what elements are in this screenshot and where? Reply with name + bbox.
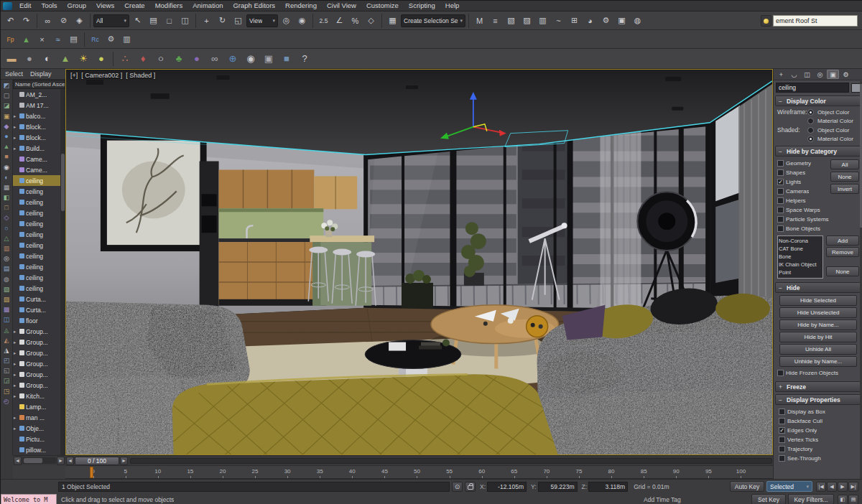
select-and-link-icon[interactable]: ∞	[40, 13, 55, 28]
left-tool-icon-30[interactable]: ◲	[2, 376, 11, 385]
unhide-by-name--button[interactable]: Unhide by Name...	[779, 356, 857, 367]
expand-arrow-icon[interactable]: ▸	[14, 113, 18, 119]
mirror-icon[interactable]: M	[472, 13, 487, 28]
create-tab[interactable]: +	[775, 70, 787, 79]
remove-list-button[interactable]: Remove	[826, 247, 859, 257]
frame-tick[interactable]: 35	[304, 466, 336, 478]
menu-create[interactable]: Create	[119, 1, 150, 11]
object-name-field[interactable]: ceiling	[776, 83, 849, 93]
radio-material-color[interactable]	[807, 118, 814, 124]
sofa-olive[interactable]	[172, 374, 558, 454]
menu-civil-view[interactable]: Civil View	[322, 1, 361, 11]
explorer-item[interactable]: Pictu...	[13, 434, 60, 444]
left-tool-icon-19[interactable]: ▤	[2, 264, 11, 273]
tab-select[interactable]: Select	[5, 70, 23, 78]
hierarchy-tab[interactable]: ◫	[801, 70, 813, 79]
curve-editor-icon[interactable]: ~	[551, 13, 566, 28]
expand-arrow-icon[interactable]: ▸	[14, 383, 18, 388]
edit-named-selections-icon[interactable]: ▦	[385, 13, 400, 28]
frame-tick[interactable]: 30	[272, 466, 304, 478]
eye-icon[interactable]: ◉	[242, 50, 259, 67]
left-tool-icon-27[interactable]: ◮	[2, 346, 11, 355]
explorer-item[interactable]: Lamp...	[13, 401, 60, 412]
explorer-item[interactable]: Curta...	[13, 294, 60, 304]
frame-tick[interactable]: 90	[660, 466, 692, 478]
isolate-selection-toggle[interactable]: ⊙	[452, 482, 463, 492]
populate-icon[interactable]: Fp	[3, 32, 18, 47]
app-logo-icon[interactable]	[3, 2, 12, 10]
all-button[interactable]: All	[830, 159, 859, 169]
explorer-item[interactable]: floor	[13, 315, 60, 326]
modify-tab[interactable]: ◡	[788, 70, 800, 79]
explorer-item[interactable]: ▸Group...	[13, 337, 60, 347]
align-icon[interactable]: ≡	[488, 13, 503, 28]
menu-tools[interactable]: Tools	[36, 1, 62, 11]
exclusion-list-item[interactable]: IK Chain Object	[779, 261, 822, 269]
foliage-icon[interactable]: ♣	[170, 50, 187, 67]
left-tool-icon-3[interactable]: ◪	[2, 101, 11, 110]
expand-arrow-icon[interactable]: ▸	[14, 361, 18, 367]
viewport[interactable]: [+] [ Camera002 ] [ Shaded ]	[65, 69, 773, 455]
light-icon[interactable]: ☀	[75, 50, 92, 67]
hscroll-thumb[interactable]	[24, 458, 42, 463]
exclusion-list-item[interactable]: Point	[779, 269, 822, 276]
wall-picture[interactable]	[101, 134, 207, 251]
explorer-item[interactable]: ceiling	[13, 261, 60, 272]
frame-tick[interactable]: 10	[142, 466, 174, 478]
add-time-tag[interactable]: Add Time Tag	[644, 496, 751, 503]
utilities-tab[interactable]: ⚙	[840, 70, 852, 79]
menu-rendering[interactable]: Rendering	[280, 1, 322, 11]
left-tool-icon-17[interactable]: ▥	[2, 244, 11, 253]
left-tool-icon-13[interactable]: □	[2, 203, 11, 212]
selection-filter-select[interactable]: All▾	[93, 14, 129, 27]
radio-object-color[interactable]	[807, 109, 814, 116]
select-and-rotate-icon[interactable]: ↻	[215, 13, 230, 28]
explorer-item[interactable]: ceiling	[13, 272, 60, 283]
exclusion-list-item[interactable]: Bone	[779, 253, 822, 261]
explorer-item[interactable]: ▸Group...	[13, 347, 60, 358]
left-tool-icon-4[interactable]: ▣	[2, 112, 11, 121]
ring-icon[interactable]: ○	[152, 50, 170, 67]
rollout-header-display-color[interactable]: − Display Color	[775, 95, 861, 106]
expand-arrow-icon[interactable]: ▸	[14, 135, 18, 141]
key-mode-select[interactable]: Selected ▾	[766, 481, 812, 492]
window-crossing-icon[interactable]: ◫	[177, 13, 193, 28]
expand-arrow-icon[interactable]: ▸	[14, 393, 18, 399]
explorer-item[interactable]: ceiling	[13, 186, 60, 197]
left-tool-icon-7[interactable]: ▲	[2, 142, 11, 151]
left-tool-icon-20[interactable]: ◍	[2, 275, 11, 284]
undo-icon[interactable]: ↶	[3, 13, 18, 28]
left-tool-icon-28[interactable]: ◰	[2, 356, 11, 365]
track-bar[interactable]: 0510152025303540455055606570758085909510…	[65, 465, 773, 479]
left-tool-icon-24[interactable]: ◫	[2, 315, 11, 324]
scroll-right-button[interactable]: ►	[57, 457, 65, 465]
expand-arrow-icon[interactable]: ▸	[14, 426, 18, 431]
checkbox-trajectory[interactable]: Trajectory	[779, 444, 859, 454]
render-setup-icon[interactable]: ⚙	[598, 13, 613, 28]
expand-arrow-icon[interactable]: ▸	[14, 340, 18, 345]
checkbox-see-through[interactable]: See-Through	[779, 454, 859, 463]
transport-button[interactable]: ▶	[838, 482, 848, 492]
frame-tick[interactable]: 70	[530, 466, 562, 478]
hscroll-track[interactable]	[22, 457, 56, 464]
frame-tick[interactable]: 60	[465, 466, 498, 478]
frame-tick[interactable]: 15	[174, 466, 206, 478]
left-tool-icon-29[interactable]: ◱	[2, 366, 11, 375]
civil-view-icon[interactable]: Rc	[88, 32, 103, 47]
rendered-frame-window-icon[interactable]: ▣	[614, 13, 629, 28]
panel-icon[interactable]: ▥	[119, 32, 134, 47]
frame-tick[interactable]: 75	[562, 466, 595, 478]
expand-arrow-icon[interactable]: ▸	[14, 124, 18, 130]
coord-z-field[interactable]: 3.118m	[588, 482, 628, 492]
explorer-item[interactable]: Came...	[13, 164, 60, 175]
shaded-sphere-icon[interactable]: ◐	[39, 50, 56, 67]
rollout-header-hide-by-category[interactable]: − Hide by Category	[775, 146, 861, 157]
selection-lock-toggle[interactable]	[465, 482, 476, 492]
left-tool-icon-8[interactable]: ■	[2, 152, 11, 161]
expand-arrow-icon[interactable]: ▸	[14, 372, 18, 378]
expand-arrow-icon[interactable]: ▸	[14, 146, 18, 151]
left-tool-icon-12[interactable]: ◧	[2, 193, 11, 202]
select-and-scale-icon[interactable]: ◱	[231, 13, 246, 28]
frame-tick[interactable]: 5	[109, 466, 142, 478]
vegetation-icon[interactable]: ▲	[19, 32, 34, 47]
